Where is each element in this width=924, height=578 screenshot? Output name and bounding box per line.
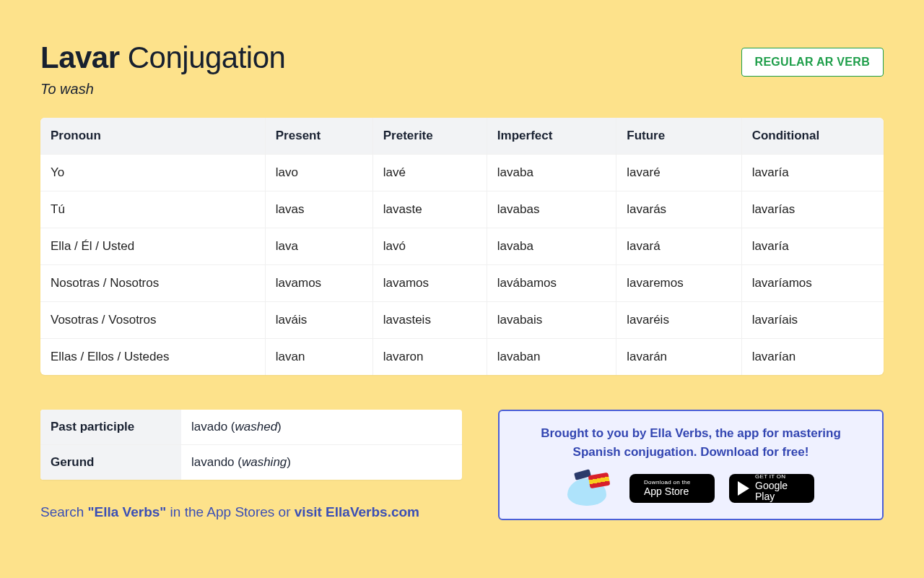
form-row: Gerundlavando (washing)	[40, 445, 462, 480]
table-cell: lavarás	[616, 191, 741, 228]
table-cell: lavarías	[741, 191, 884, 228]
verb-type-badge: REGULAR AR VERB	[741, 48, 884, 77]
table-cell: lavas	[265, 191, 372, 228]
table-cell: lavabais	[487, 302, 616, 339]
promo-badges-row: Download on the App Store GET IT ON Goog…	[515, 471, 866, 506]
table-row: Yolavolavélavabalavarélavaría	[40, 155, 884, 191]
app-store-badge[interactable]: Download on the App Store	[629, 474, 715, 503]
search-instruction: Search "Ella Verbs" in the App Stores or…	[40, 504, 462, 520]
table-cell: lavamos	[265, 265, 372, 302]
conjugation-table: PronounPresentPreteriteImperfectFutureCo…	[40, 118, 884, 375]
table-cell: Nosotras / Nosotros	[40, 265, 265, 302]
table-cell: lavaba	[487, 155, 616, 191]
table-cell: lavó	[372, 228, 487, 265]
page-title: Lavar Conjugation	[40, 40, 285, 75]
table-cell: laváis	[265, 302, 372, 339]
table-cell: lavan	[265, 339, 372, 376]
google-play-big: Google Play	[755, 480, 806, 503]
promo-text: Brought to you by Ella Verbs, the app fo…	[515, 424, 866, 461]
table-cell: lavaremos	[616, 265, 741, 302]
table-cell: lavasteis	[372, 302, 487, 339]
table-cell: lavará	[616, 228, 741, 265]
search-prefix: Search	[40, 504, 87, 519]
form-row: Past participlelavado (washed)	[40, 410, 462, 445]
verb-forms-table: Past participlelavado (washed)Gerundlava…	[40, 410, 462, 480]
verb-translation: To wash	[40, 81, 285, 98]
table-cell: lavarían	[741, 339, 884, 376]
table-cell: lavamos	[372, 265, 487, 302]
table-cell: lavaríamos	[741, 265, 884, 302]
search-middle: in the App Stores or	[166, 504, 294, 519]
bottom-section: Past participlelavado (washed)Gerundlava…	[40, 410, 884, 520]
table-cell: lavaste	[372, 191, 487, 228]
form-label: Past participle	[40, 410, 181, 445]
table-cell: lavábamos	[487, 265, 616, 302]
column-header: Conditional	[741, 118, 884, 155]
title-verb: Lavar	[40, 40, 120, 74]
column-header: Pronoun	[40, 118, 265, 155]
table-row: Ella / Él / Ustedlavalavólavabalavarálav…	[40, 228, 884, 265]
table-cell: lavaréis	[616, 302, 741, 339]
table-row: Ellas / Ellos / Ustedeslavanlavaronlavab…	[40, 339, 884, 376]
table-row: Vosotras / Vosotroslaváislavasteislavaba…	[40, 302, 884, 339]
title-block: Lavar Conjugation To wash	[40, 40, 285, 98]
table-cell: lavaría	[741, 228, 884, 265]
table-cell: lavé	[372, 155, 487, 191]
table-row: Túlavaslavastelavabaslavaráslavarías	[40, 191, 884, 228]
table-cell: Ellas / Ellos / Ustedes	[40, 339, 265, 376]
promo-panel: Brought to you by Ella Verbs, the app fo…	[498, 410, 884, 520]
table-cell: lavabas	[487, 191, 616, 228]
column-header: Preterite	[372, 118, 487, 155]
app-store-big: App Store	[644, 486, 691, 497]
table-cell: lavaba	[487, 228, 616, 265]
table-cell: lavaríais	[741, 302, 884, 339]
table-cell: lavaría	[741, 155, 884, 191]
page-header: Lavar Conjugation To wash REGULAR AR VER…	[40, 40, 884, 98]
table-cell: lavo	[265, 155, 372, 191]
table-row: Nosotras / Nosotroslavamoslavamoslavábam…	[40, 265, 884, 302]
form-label: Gerund	[40, 445, 181, 480]
table-cell: lavaban	[487, 339, 616, 376]
table-cell: Tú	[40, 191, 265, 228]
table-cell: Ella / Él / Usted	[40, 228, 265, 265]
title-suffix: Conjugation	[128, 40, 286, 74]
search-app-name: "Ella Verbs"	[87, 504, 166, 519]
forms-column: Past participlelavado (washed)Gerundlava…	[40, 410, 462, 520]
column-header: Present	[265, 118, 372, 155]
column-header: Future	[616, 118, 741, 155]
column-header: Imperfect	[487, 118, 616, 155]
table-cell: Vosotras / Vosotros	[40, 302, 265, 339]
table-cell: lavarán	[616, 339, 741, 376]
table-cell: lavaron	[372, 339, 487, 376]
form-value: lavando (washing)	[181, 445, 462, 480]
search-website-link[interactable]: visit EllaVerbs.com	[295, 504, 419, 519]
table-cell: Yo	[40, 155, 265, 191]
google-play-badge[interactable]: GET IT ON Google Play	[729, 474, 814, 503]
table-cell: lava	[265, 228, 372, 265]
form-value: lavado (washed)	[181, 410, 462, 445]
google-play-icon	[738, 481, 749, 496]
table-cell: lavaré	[616, 155, 741, 191]
ella-verbs-logo-icon	[567, 471, 615, 506]
